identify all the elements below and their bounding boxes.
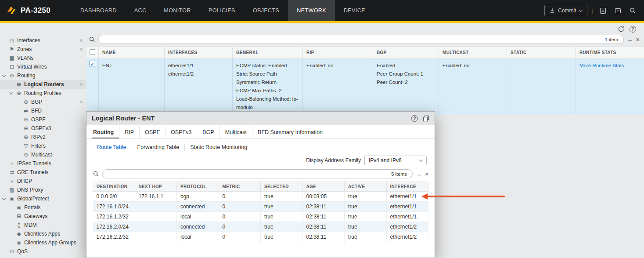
primary-nav: DASHBOARDACCMONITORPOLICIESOBJECTSNETWOR… bbox=[72, 0, 374, 21]
refresh-icon[interactable] bbox=[618, 25, 625, 33]
address-family-select[interactable]: IPv4 and IPv6 bbox=[364, 156, 427, 165]
dialog-tab-rip[interactable]: RIP bbox=[119, 126, 139, 138]
route-column-active[interactable]: ACTIVE bbox=[345, 182, 387, 192]
column-header-bgp[interactable]: BGP bbox=[373, 47, 439, 58]
route-cell-selected: true bbox=[261, 202, 303, 212]
column-header-general[interactable]: GENERAL bbox=[233, 47, 303, 58]
column-header-name[interactable]: NAME bbox=[99, 47, 165, 58]
sidebar-item-multicast[interactable]: ⊕Multicast bbox=[0, 150, 86, 159]
clear-filter-icon[interactable]: × bbox=[425, 171, 428, 177]
route-column-metric[interactable]: METRIC bbox=[219, 182, 261, 192]
sidebar-item-gateways[interactable]: ⊞Gateways bbox=[0, 212, 86, 221]
dialog-tab-bfd-summary-information[interactable]: BFD Summary Information bbox=[252, 126, 328, 138]
sidebar-item-logical-routers[interactable]: ⊕Logical Routers bbox=[0, 80, 86, 89]
header-actions: Commit | bbox=[544, 5, 644, 16]
route-search-input[interactable]: 5 items bbox=[102, 169, 413, 178]
dns-proxy-icon: ▧ bbox=[8, 187, 15, 193]
sidebar-item-ipsec-tunnels[interactable]: ≈IPSec Tunnels bbox=[0, 159, 86, 168]
clear-filter-icon[interactable]: × bbox=[636, 36, 640, 43]
sidebar-item-clientless-apps[interactable]: ◆Clientless Apps bbox=[0, 229, 86, 238]
nav-network[interactable]: NETWORK bbox=[288, 0, 335, 21]
checkbox-unchecked[interactable] bbox=[90, 49, 95, 55]
sidebar-item-portals[interactable]: ▣Portals bbox=[0, 203, 86, 212]
commit-button[interactable]: Commit bbox=[544, 5, 587, 16]
sidebar-item-globalprotect[interactable]: ◉GlobalProtect bbox=[0, 194, 86, 203]
apply-filter-arrow-icon[interactable]: → bbox=[627, 36, 633, 43]
sidebar-item-gre-tunnels[interactable]: ⇉GRE Tunnels bbox=[0, 168, 86, 177]
column-header-rip[interactable]: RIP bbox=[303, 47, 373, 58]
chevron-down-icon[interactable] bbox=[9, 91, 13, 94]
subtab-forwarding-table[interactable]: Forwarding Table bbox=[132, 144, 185, 151]
sidebar-item-label: Routing bbox=[17, 73, 35, 79]
sidebar-item-vlans[interactable]: ▦VLANs bbox=[0, 54, 86, 62]
column-header-static[interactable]: STATIC bbox=[507, 47, 576, 58]
multicast-icon: ⊕ bbox=[22, 152, 29, 158]
apply-filter-arrow-icon[interactable]: → bbox=[416, 171, 422, 177]
help-icon[interactable]: ? bbox=[630, 26, 636, 33]
nav-policies[interactable]: POLICIES bbox=[200, 0, 244, 21]
route-row[interactable]: 0.0.0.0/0172.16.1.1bgp0true00:03:05truee… bbox=[93, 192, 428, 202]
route-column-selected[interactable]: SELECTED bbox=[261, 182, 303, 192]
more-runtime-stats-link[interactable]: More Runtime Stats bbox=[579, 63, 624, 68]
sidebar-item-routing-profiles[interactable]: ⊕Routing Profiles bbox=[0, 89, 86, 98]
sidebar-item-filters[interactable]: ▽Filters bbox=[0, 142, 86, 150]
cell-static bbox=[507, 58, 576, 115]
nav-dashboard[interactable]: DASHBOARD bbox=[72, 0, 126, 21]
route-cell-interface: ethernet1/2 bbox=[386, 222, 428, 232]
subtab-route-table[interactable]: Route Table bbox=[92, 144, 132, 151]
sidebar-item-routing[interactable]: ⊕Routing bbox=[0, 71, 86, 80]
sidebar-item-virtual-wires[interactable]: ⊟Virtual Wires bbox=[0, 62, 86, 71]
route-row[interactable]: 172.16.2.2/32local0true02:38:11trueether… bbox=[93, 232, 428, 242]
sidebar-item-label: OSPFv3 bbox=[31, 125, 51, 131]
maximize-icon[interactable] bbox=[423, 115, 429, 122]
sidebar-item-qos[interactable]: ⊙QoS bbox=[0, 247, 86, 256]
sidebar-item-ripv2[interactable]: ⊕RIPv2 bbox=[0, 133, 86, 142]
route-row[interactable]: 172.16.1.0/24connected0true02:38:11truee… bbox=[93, 202, 428, 212]
dialog-tab-ospf[interactable]: OSPF bbox=[139, 126, 165, 138]
nav-device[interactable]: DEVICE bbox=[335, 0, 374, 21]
sidebar-item-label: Clientless Apps bbox=[24, 231, 60, 237]
row-checkbox[interactable] bbox=[90, 61, 95, 66]
dialog-tab-bgp[interactable]: BGP bbox=[197, 126, 219, 138]
chevron-down-icon[interactable] bbox=[2, 196, 6, 200]
route-row[interactable]: 172.16.2.0/24connected0true02:38:11truee… bbox=[93, 222, 428, 232]
select-all-header[interactable] bbox=[86, 47, 99, 58]
sidebar-item-interfaces[interactable]: ▤Interfaces bbox=[0, 36, 86, 45]
sidebar-item-bgp[interactable]: ⊕BGP bbox=[0, 98, 86, 106]
nav-acc[interactable]: ACC bbox=[126, 0, 155, 21]
tasks-icon[interactable] bbox=[597, 5, 608, 16]
column-header-interfaces[interactable]: INTERFACES bbox=[165, 47, 233, 58]
sidebar-item-mdm[interactable]: ▯MDM bbox=[0, 221, 86, 229]
sidebar-item-dhcp[interactable]: ≡DHCP bbox=[0, 177, 86, 185]
column-header-runtime-stats[interactable]: RUNTIME STATS bbox=[576, 47, 644, 58]
dialog-help-icon[interactable]: ? bbox=[411, 115, 418, 122]
sidebar-item-label: BFD bbox=[31, 108, 42, 114]
nav-objects[interactable]: OBJECTS bbox=[244, 0, 288, 21]
dialog-tab-routing[interactable]: Routing bbox=[92, 126, 119, 138]
sidebar-item-ospfv3[interactable]: ⊕OSPFv3 bbox=[0, 124, 86, 133]
config-window-icon[interactable] bbox=[612, 5, 623, 16]
sidebar-item-ospf[interactable]: ⊕OSPF bbox=[0, 115, 86, 124]
route-column-destination[interactable]: DESTINATION bbox=[93, 182, 135, 192]
sidebar-item-zones[interactable]: ⚑Zones bbox=[0, 45, 86, 54]
sidebar-item-bfd[interactable]: ⇌BFD bbox=[0, 106, 86, 115]
sidebar-item-dns-proxy[interactable]: ▧DNS Proxy bbox=[0, 185, 86, 194]
cell-general: ECMP status: Enabled Strict Source Path … bbox=[233, 58, 303, 115]
route-column-interface[interactable]: INTERFACE bbox=[386, 182, 428, 192]
search-input[interactable]: 1 item bbox=[98, 35, 624, 44]
sidebar-item-clientless-app-groups[interactable]: ◈Clientless App Groups bbox=[0, 238, 86, 247]
route-column-age[interactable]: AGE bbox=[302, 182, 345, 192]
subtab-static-route-monitoring[interactable]: Static Route Monitoring bbox=[184, 144, 252, 151]
logical-router-row[interactable]: ENTethernet1/1 ethernet1/2ECMP status: E… bbox=[86, 58, 644, 115]
dialog-tab-ospfv3[interactable]: OSPFv3 bbox=[165, 126, 197, 138]
route-row[interactable]: 172.16.1.2/32local0true02:38:11trueether… bbox=[93, 212, 428, 222]
search-icon[interactable] bbox=[627, 5, 638, 16]
chevron-down-icon[interactable] bbox=[2, 73, 6, 76]
dialog-tab-multicast[interactable]: Multicast bbox=[219, 126, 252, 138]
nav-monitor[interactable]: MONITOR bbox=[155, 0, 200, 21]
column-header-multicast[interactable]: MULTICAST bbox=[439, 47, 507, 58]
route-column-next-hop[interactable]: NEXT HOP bbox=[135, 182, 177, 192]
route-cell-interface: ethernet1/2 bbox=[386, 232, 428, 242]
route-column-protocol[interactable]: PROTOCOL bbox=[177, 182, 219, 192]
logical-routers-icon: ⊕ bbox=[15, 81, 22, 87]
